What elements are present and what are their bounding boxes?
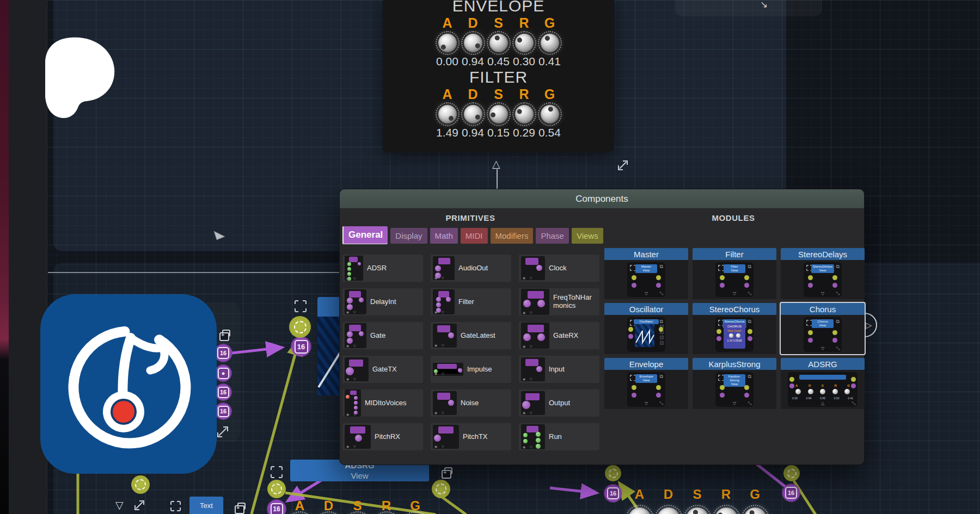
primitive-label: Filter [458,298,474,306]
module-chorus[interactable]: Chorus⧉Chorus View▽⤡ [781,303,865,354]
bottom-right-adsrg-knobs[interactable] [625,505,769,514]
trigger-node[interactable] [289,316,311,338]
port-node[interactable]: 16 [215,402,232,420]
trigger-node[interactable] [783,465,800,481]
module-name: StereoDelays [781,248,865,260]
module-karplusstrong[interactable]: KarplusStrong⧉Karplus-Strong View▽⤡ [693,358,776,409]
module-thumbnail: ADSRG0.000.940.450.300.41△⤡ [788,372,857,407]
selection-brackets-icon[interactable] [271,466,283,478]
knob-letters: ADSRG [383,86,614,102]
selection-brackets-icon[interactable] [170,501,181,511]
primitive-gatetx[interactable]: ◉ ▽GateTX [342,356,423,383]
bottom-left-adsrg-knobs[interactable] [285,511,430,514]
module-preview: ⧉Envelope View▽⤡ [604,370,688,409]
module-adsrg[interactable]: ADSRGADSRG0.000.940.450.300.41△⤡ [781,358,865,409]
knob[interactable] [286,511,314,514]
primitive-pitchtx[interactable]: ◉ ▽PitchTX [431,423,511,450]
trigger-node[interactable] [131,475,150,494]
envelope-filter-node[interactable]: ENVELOPEADSRG0.000.940.450.300.41FILTERA… [383,0,614,152]
tab-math[interactable]: Math [430,228,458,244]
knob[interactable] [436,31,460,55]
knob[interactable] [401,511,430,514]
trigger-ring [294,321,307,333]
primitive-input[interactable]: ◉ ▽Input [519,356,599,383]
knob[interactable] [315,511,343,514]
knob[interactable] [712,505,740,514]
tab-modifiers[interactable]: Modifiers [491,228,534,244]
module-stereodelays[interactable]: StereoDelays⧉StereoDelays View▽⤡ [781,248,865,299]
selection-brackets-icon[interactable] [295,300,307,312]
primitive-gate[interactable]: ◉ ▽Gate [342,322,423,349]
primitive-delayint[interactable]: ◉ ▽DelayInt [342,288,423,315]
knob[interactable] [683,505,712,514]
primitive-miditovoices[interactable]: ◉ ▽MIDItoVoices [342,389,423,417]
knob[interactable] [344,511,372,514]
knob[interactable] [487,102,511,126]
primitive-adsr[interactable]: ◉ ▽ADSR [342,255,423,282]
port-label: 16 [295,340,308,354]
module-preview: ⧉Chorus View▽⤡ [781,315,865,354]
primitive-freqtonharmonics[interactable]: ◉ ▽FreqToNHarmonics [519,288,599,315]
port-node[interactable]: 16 [215,383,232,401]
triangle-collapse-icon[interactable]: ▽ [115,500,124,510]
primitive-filter[interactable]: ◉ ▽Filter [431,288,511,315]
primitive-output[interactable]: ◉ ▽Output [519,389,599,417]
knob[interactable] [626,505,654,514]
port-node[interactable]: 16 [604,484,622,503]
knob[interactable] [461,31,485,55]
knob[interactable] [538,102,562,126]
knob[interactable] [538,31,562,55]
trigger-node[interactable] [267,480,286,498]
knob-letter: R [712,487,740,502]
duplicate-icon[interactable] [237,503,246,510]
trigger-ring [436,484,446,494]
knob-values: 1.490.940.150.290.54 [383,126,614,139]
module-filter[interactable]: Filter⧉Filter View▽⤡ [693,248,776,299]
primitive-label: Impulse [467,366,492,374]
knob[interactable] [512,31,536,55]
trigger-node[interactable] [605,465,621,481]
knob-letter: D [460,86,486,102]
primitive-clock[interactable]: ◉ ▽Clock [519,255,599,282]
trigger-node[interactable] [432,480,450,498]
port-node[interactable]: 16 [782,484,800,502]
module-oscillator[interactable]: Oscillator⧉Oscillator [604,303,688,354]
module-envelope[interactable]: Envelope⧉Envelope View▽⤡ [604,358,688,409]
resize-diagonal-icon[interactable] [617,160,628,171]
primitives-grid: ◉ ▽ADSR◉ ▽AudioOut◉ ▽Clock◉ ▽DelayInt◉ ▽… [342,255,599,450]
knob-letter: A [434,86,460,102]
primitive-gatelatest[interactable]: ◉ ▽GateLatest [431,322,511,349]
knob[interactable] [654,505,683,514]
knob[interactable] [512,102,536,126]
primitive-audioout[interactable]: ◉ ▽AudioOut [431,255,511,282]
knob[interactable] [436,102,460,126]
port-node[interactable]: 16 [291,336,311,357]
resize-diagonal-icon[interactable] [134,500,145,511]
tab-views[interactable]: Views [572,228,603,244]
primitive-impulse[interactable]: ◉ ▽Impulse [431,356,511,383]
primitive-noise[interactable]: ◉ ▽Noise [431,389,511,417]
knob[interactable] [461,102,485,126]
primitive-run[interactable]: ◉ ▽Run [519,423,599,450]
primitive-gaterx[interactable]: ◉ ▽GateRX [519,322,599,349]
resize-diagonal-icon[interactable] [217,426,229,438]
knob-letter: S [683,487,712,502]
module-master[interactable]: Master⧉Master View▽⤡ [604,248,688,299]
tab-phase[interactable]: Phase [536,228,569,244]
primitive-label: Input [549,366,565,374]
port-node[interactable]: ● [215,364,232,382]
knob[interactable] [741,505,769,514]
module-stereochorus[interactable]: StereoChorus⧉StereoChorus ViewCHORUSRate… [693,303,776,354]
primitive-pitchrx[interactable]: ◉ ▽PitchRX [342,423,423,450]
tab-midi[interactable]: MIDI [461,228,488,244]
knob[interactable] [372,511,401,514]
port-node[interactable]: 16 [214,344,232,362]
triangle-collapse-icon[interactable]: △ [492,158,500,170]
duplicate-icon[interactable] [444,467,452,474]
text-node-button[interactable]: Text [189,497,223,514]
tab-display[interactable]: Display [390,228,427,244]
components-panel-title[interactable]: Components [340,189,864,209]
knob[interactable] [487,31,511,55]
tab-general[interactable]: General [342,226,388,244]
duplicate-icon[interactable] [222,330,230,337]
